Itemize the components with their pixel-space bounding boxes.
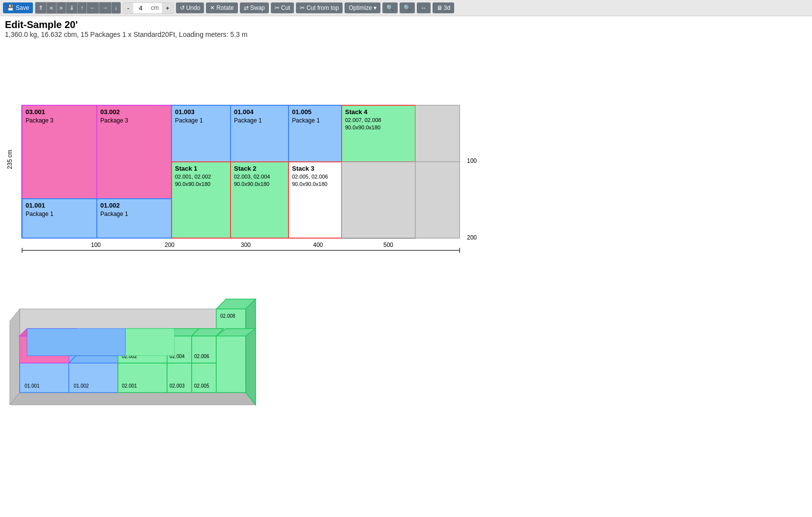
box-stack2-sub1: 02.003, 02.004 [234, 174, 270, 180]
cut-from-top-label: Cut from top [306, 4, 339, 11]
cut-label: Cut [281, 4, 290, 11]
box-stack1-sub2: 90.0x90.0x180 [175, 181, 210, 187]
toolbar: 💾 Save ⇑ « » ⇓ ↑ ← → ↓ - cm + ↺ Undo ✕ R… [0, 0, 812, 16]
nav-next-btn[interactable]: » [57, 2, 66, 13]
cut-button[interactable]: ✂ Cut [271, 2, 294, 13]
box-01005-label: Package 1 [292, 117, 320, 124]
3d-stack4-front[interactable] [216, 309, 246, 393]
gray-top-right [415, 105, 460, 162]
rotate-icon: ✕ [210, 4, 215, 11]
undo-button[interactable]: ↺ Undo [176, 2, 204, 13]
box-stack3-sub2: 90.0x90.0x180 [292, 181, 327, 187]
box-01001-id: 01.001 [26, 202, 45, 209]
swap-icon: ⇄ [244, 4, 249, 11]
box-01004-label: Package 1 [234, 117, 262, 124]
box-01003-id: 01.003 [175, 108, 195, 116]
x-axis-300: 300 [241, 242, 251, 248]
3d-label-02003: 02.003 [170, 383, 185, 389]
box-03002-id: 03.002 [100, 108, 120, 116]
box-stack1-sub1: 02.001, 02.002 [175, 174, 211, 180]
zoom-out-icon: 🔍 [404, 4, 411, 11]
3d-box-01002-top [69, 356, 125, 363]
3d-label-02006: 02.006 [194, 354, 209, 359]
nav-prev-btn[interactable]: « [47, 2, 56, 13]
3d-stack4-side [246, 299, 256, 405]
3d-left-face [10, 309, 20, 405]
save-icon: 💾 [7, 4, 14, 11]
3d-diagram-svg: 01.001 01.002 02.001 02.002 02.003 02.00… [5, 260, 275, 412]
box-stack3-title: Stack 3 [292, 165, 315, 172]
box-01003-label: Package 1 [175, 117, 203, 124]
y-axis-200: 200 [467, 234, 477, 241]
box-stack4-title: Stack 4 [345, 108, 368, 116]
unit-label: cm [148, 3, 162, 13]
3d-blue-top [27, 329, 125, 356]
page-subtitle: 1,360.0 kg, 16.632 cbm, 15 Packages 1 x … [5, 30, 807, 38]
optimize-label: Optimize [348, 4, 372, 11]
x-axis-500: 500 [383, 242, 393, 248]
zoom-in-button[interactable]: 🔍 [382, 2, 398, 13]
box-03001-id: 03.001 [26, 108, 45, 116]
plus-button[interactable]: + [162, 3, 174, 13]
swap-button[interactable]: ⇄ Swap [240, 2, 269, 13]
view-3d-icon: 🖥 [436, 4, 442, 11]
y-axis-label: 235 cm [6, 150, 13, 169]
rotate-label: Rotate [216, 4, 233, 11]
3d-label-01001: 01.001 [25, 383, 40, 389]
zoom-out-button[interactable]: 🔍 [400, 2, 415, 13]
x-axis-200: 200 [165, 242, 174, 248]
3d-label-01002: 01.002 [74, 383, 89, 389]
box-01002-id: 01.002 [100, 202, 120, 209]
y-axis-100: 100 [467, 157, 477, 164]
box-01005-id: 01.005 [292, 108, 312, 116]
box-03001-label: Package 3 [26, 117, 54, 124]
optimize-dropdown-icon: ▾ [374, 4, 377, 11]
optimize-button[interactable]: Optimize ▾ [345, 2, 380, 13]
3d-label-02005: 02.005 [194, 383, 209, 389]
box-01002-label: Package 1 [100, 211, 128, 217]
zoom-in-icon: 🔍 [386, 4, 394, 11]
nav-down-btn[interactable]: ↓ [112, 2, 120, 13]
view-3d-label: 3d [444, 4, 450, 11]
box-01001-label: Package 1 [26, 211, 54, 217]
undo-icon: ↺ [180, 4, 185, 11]
main-content: 235 cm 03.001 Package 3 03.002 Package 3… [0, 39, 812, 416]
cut-top-icon: ✂ [300, 4, 305, 11]
value-input[interactable] [133, 4, 148, 12]
cut-from-top-button[interactable]: ✂ Cut from top [296, 2, 343, 13]
page-title: Edit-Sample 20' [5, 19, 807, 30]
swap-label: Swap [250, 4, 265, 11]
x-axis-400: 400 [313, 242, 323, 248]
fit-button[interactable]: ↔ [417, 2, 431, 13]
view-3d: 01.001 01.002 02.001 02.002 02.003 02.00… [5, 260, 807, 414]
value-input-group: - cm + [123, 2, 174, 14]
rotate-button[interactable]: ✕ Rotate [206, 2, 237, 13]
nav-bottom-btn[interactable]: ⇓ [66, 2, 77, 13]
save-label: Save [16, 4, 29, 11]
box-stack1-title: Stack 1 [175, 165, 198, 172]
diagram-area: 235 cm 03.001 Package 3 03.002 Package 3… [5, 41, 807, 253]
nav-up-btn[interactable]: ↑ [78, 2, 87, 13]
box-stack4-sub2: 90.0x90.0x180 [345, 124, 380, 130]
header-info: Edit-Sample 20' 1,360.0 kg, 16.632 cbm, … [0, 16, 812, 39]
3d-stack-back-top1 [125, 329, 174, 356]
box-stack2-sub2: 90.0x90.0x180 [234, 181, 269, 187]
3d-label-02008: 02.008 [220, 313, 235, 319]
3d-bottom-face [10, 393, 256, 405]
diagram-svg: 235 cm 03.001 Package 3 03.002 Package 3… [5, 41, 487, 253]
box-stack4-sub1: 02.007, 02.008 [345, 117, 381, 123]
nav-right-btn[interactable]: → [99, 2, 111, 13]
nav-group: ⇑ « » ⇓ ↑ ← → ↓ [35, 2, 120, 14]
box-stack2-title: Stack 2 [234, 165, 257, 172]
x-axis-100: 100 [91, 242, 101, 248]
minus-button[interactable]: - [123, 3, 133, 13]
gray-right-bottom [342, 162, 415, 238]
box-03002-label: Package 3 [100, 117, 128, 124]
undo-label: Undo [186, 4, 201, 11]
nav-top-btn[interactable]: ⇑ [35, 2, 46, 13]
gray-far-right [415, 162, 460, 238]
view-3d-button[interactable]: 🖥 3d [433, 2, 454, 13]
save-button[interactable]: 💾 Save [3, 2, 33, 13]
nav-left-btn[interactable]: ← [87, 2, 99, 13]
3d-label-02001: 02.001 [122, 383, 137, 389]
